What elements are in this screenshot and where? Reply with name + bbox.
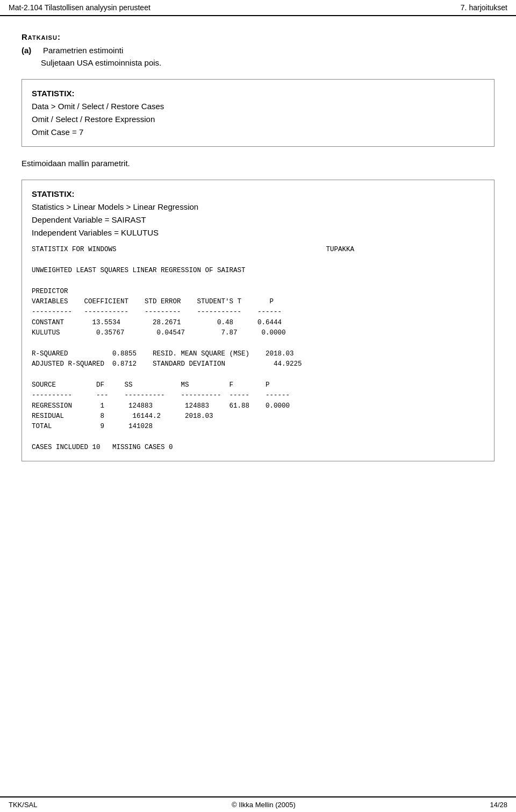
box2-subtitle: Statistics > Linear Models > Linear Regr… bbox=[32, 202, 198, 211]
box1-line3: Omit Case = 7 bbox=[32, 127, 83, 137]
statistix-box-1: STATISTIX: Data > Omit / Select / Restor… bbox=[22, 79, 494, 147]
box1-title: STATISTIX: bbox=[32, 89, 74, 98]
box2-indep: Independent Variables = KULUTUS bbox=[32, 228, 159, 237]
box1-line2: Omit / Select / Restore Expression bbox=[32, 115, 155, 124]
box1-content: STATISTIX: Data > Omit / Select / Restor… bbox=[32, 87, 484, 139]
part-a-label: (a) bbox=[22, 46, 41, 55]
footer-right: 14/28 bbox=[490, 801, 507, 809]
box2-content: STATISTIX: Statistics > Linear Models > … bbox=[32, 188, 484, 239]
part-a-title: Parametrien estimointi bbox=[43, 46, 123, 55]
regression-output: STATISTIX FOR WINDOWS TUPAKKA UNWEIGHTED… bbox=[32, 245, 484, 453]
middle-text: Estimoidaan mallin parametrit. bbox=[22, 159, 494, 168]
footer-left: TKK/SAL bbox=[9, 801, 37, 809]
part-a-row: (a) Parametrien estimointi bbox=[22, 46, 494, 55]
ratkaisu-heading: Ratkaisu: bbox=[22, 32, 494, 41]
box2-title: STATISTIX: bbox=[32, 189, 74, 198]
part-a-subtext: Suljetaan USA estimoinnista pois. bbox=[41, 58, 494, 67]
top-bar: Mat-2.104 Tilastollisen analyysin perust… bbox=[0, 0, 516, 16]
footer-center: © Ilkka Mellin (2005) bbox=[232, 801, 296, 809]
statistix-box-2: STATISTIX: Statistics > Linear Models > … bbox=[22, 180, 494, 461]
top-bar-exercise: 7. harjoitukset bbox=[461, 3, 507, 12]
box2-dep: Dependent Variable = SAIRAST bbox=[32, 215, 146, 224]
main-content: Ratkaisu: (a) Parametrien estimointi Sul… bbox=[0, 16, 516, 516]
top-bar-title: Mat-2.104 Tilastollisen analyysin perust… bbox=[9, 3, 150, 12]
bottom-bar: TKK/SAL © Ilkka Mellin (2005) 14/28 bbox=[0, 796, 516, 812]
box1-line1: Data > Omit / Select / Restore Cases bbox=[32, 102, 164, 111]
